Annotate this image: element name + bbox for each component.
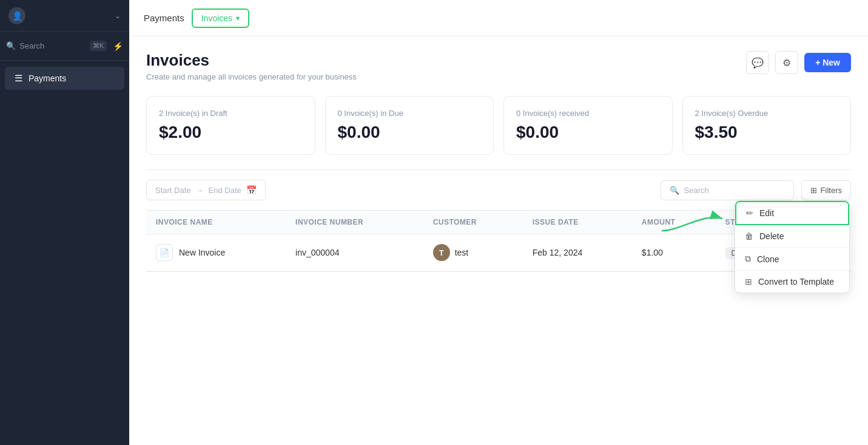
sidebar-search-placeholder: Search xyxy=(19,41,86,50)
end-date-label: End Date xyxy=(209,186,241,195)
search-shortcut-badge: ⌘K xyxy=(90,41,107,51)
cell-invoice-number: inv_000004 xyxy=(286,234,423,271)
stat-label-received: 0 Invoice(s) received xyxy=(516,109,660,118)
payments-icon: ☰ xyxy=(15,73,22,84)
cell-invoice-name: 📄 New Invoice xyxy=(146,234,286,271)
user-avatar-icon: 👤 xyxy=(8,7,25,24)
customer-name: test xyxy=(455,248,469,257)
stats-grid: 2 Invoice(s) in Draft $2.00 0 Invoice(s)… xyxy=(146,96,851,155)
context-menu-edit[interactable]: ✏ Edit xyxy=(735,201,849,225)
page-title-section: Invoices Create and manage all invoices … xyxy=(146,51,357,81)
stat-label-due: 0 Invoice(s) in Due xyxy=(338,109,482,118)
settings-button[interactable]: ⚙ xyxy=(775,51,798,74)
col-customer: Customer xyxy=(423,211,523,234)
stat-label-draft: 2 Invoice(s) in Draft xyxy=(159,109,303,118)
delete-label: Delete xyxy=(759,231,784,241)
stat-label-overdue: 2 Invoice(s) Overdue xyxy=(695,109,839,118)
col-amount: Amount xyxy=(632,211,716,234)
search-input[interactable]: 🔍 Search xyxy=(661,180,794,200)
sidebar-item-label: Payments xyxy=(29,73,66,83)
col-invoice-number: Invoice Number xyxy=(286,211,423,234)
stat-value-received: $0.00 xyxy=(516,123,660,142)
stat-card-due: 0 Invoice(s) in Due $0.00 xyxy=(325,96,494,155)
cell-issue-date: Feb 12, 2024 xyxy=(523,234,632,271)
page-header: Invoices Create and manage all invoices … xyxy=(146,51,851,81)
cell-customer: T test xyxy=(423,234,523,271)
invoices-tab[interactable]: Invoices ▾ xyxy=(192,8,249,28)
new-invoice-button[interactable]: + New xyxy=(804,53,851,72)
edit-label: Edit xyxy=(759,208,774,218)
page-title: Invoices xyxy=(146,51,357,70)
date-range-picker[interactable]: Start Date → End Date 📅 xyxy=(146,180,266,200)
sidebar: 👤 ⌄ 🔍 Search ⌘K ⚡ ☰ Payments xyxy=(0,0,129,445)
search-icon: 🔍 xyxy=(670,186,679,195)
sidebar-item-payments[interactable]: ☰ Payments xyxy=(5,67,124,90)
edit-icon: ✏ xyxy=(746,208,753,218)
tab-label: Invoices xyxy=(201,13,232,23)
sidebar-search-bar[interactable]: 🔍 Search ⌘K ⚡ xyxy=(0,32,129,61)
calendar-icon: 📅 xyxy=(246,185,257,195)
filters-button[interactable]: ⊞ Filters xyxy=(801,180,851,200)
tab-arrow-icon: ▾ xyxy=(236,14,240,22)
sidebar-chevron-icon: ⌄ xyxy=(115,12,121,20)
stat-value-draft: $2.00 xyxy=(159,123,303,142)
chat-icon: 💬 xyxy=(752,57,764,69)
sidebar-user-section[interactable]: 👤 ⌄ xyxy=(0,0,129,32)
search-icon: 🔍 xyxy=(6,41,16,50)
filter-icon: ⊞ xyxy=(810,186,817,195)
context-menu-clone[interactable]: ⧉ Clone xyxy=(735,248,849,271)
clone-label: Clone xyxy=(757,254,779,264)
context-menu-convert[interactable]: ⊞ Convert to Template xyxy=(735,271,849,293)
settings-icon: ⚙ xyxy=(782,57,791,69)
delete-icon: 🗑 xyxy=(745,231,753,241)
bolt-icon: ⚡ xyxy=(113,41,123,51)
search-placeholder: Search xyxy=(684,186,709,195)
breadcrumb-payments: Payments xyxy=(144,13,184,23)
customer-avatar: T xyxy=(433,244,450,261)
new-button-label: + New xyxy=(815,58,840,67)
page-actions: 💬 ⚙ + New xyxy=(746,51,851,74)
sidebar-nav: ☰ Payments xyxy=(0,61,129,445)
invoice-doc-icon: 📄 xyxy=(156,244,173,261)
stat-value-due: $0.00 xyxy=(338,123,482,142)
context-menu-delete[interactable]: 🗑 Delete xyxy=(735,225,849,248)
page-subtitle: Create and manage all invoices generated… xyxy=(146,72,357,81)
col-issue-date: Issue Date xyxy=(523,211,632,234)
stat-card-draft: 2 Invoice(s) in Draft $2.00 xyxy=(146,96,315,155)
chat-button[interactable]: 💬 xyxy=(746,51,769,74)
cell-amount: $1.00 xyxy=(632,234,716,271)
date-arrow-icon: → xyxy=(196,186,204,195)
stat-card-received: 0 Invoice(s) received $0.00 xyxy=(503,96,673,155)
invoice-name-text: New Invoice xyxy=(179,248,225,257)
col-invoice-name: Invoice Name xyxy=(146,211,286,234)
stat-value-overdue: $3.50 xyxy=(695,123,839,142)
convert-icon: ⊞ xyxy=(745,277,752,287)
context-menu: ✏ Edit 🗑 Delete ⧉ Clone ⊞ Convert to Tem… xyxy=(735,200,850,293)
convert-label: Convert to Template xyxy=(758,277,834,287)
stat-card-overdue: 2 Invoice(s) Overdue $3.50 xyxy=(682,96,852,155)
start-date-label: Start Date xyxy=(155,186,191,195)
clone-icon: ⧉ xyxy=(745,254,751,264)
filter-label: Filters xyxy=(821,186,842,195)
top-nav: Payments Invoices ▾ xyxy=(129,0,868,36)
